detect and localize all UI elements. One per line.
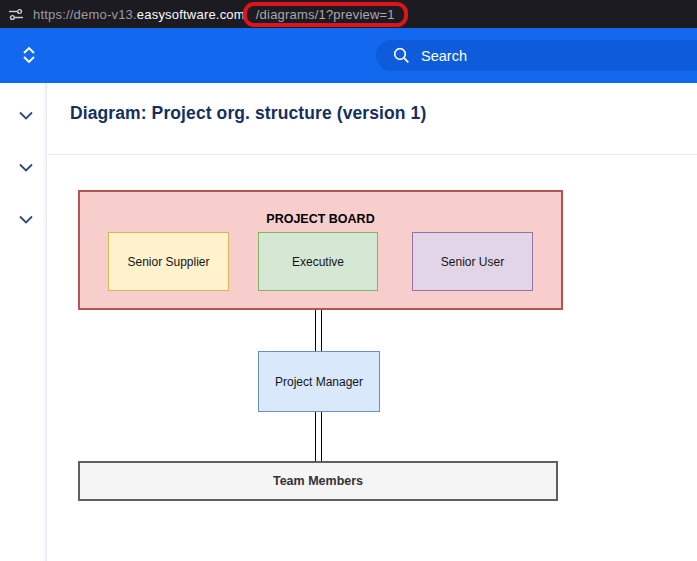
url-domain: easysoftware.com [137,7,245,22]
diagram-node-senior-supplier: Senior Supplier [108,232,229,291]
diagram-node-senior-user: Senior User [412,232,533,291]
search-icon [393,47,410,64]
diagram-node-executive: Executive [258,232,378,291]
title-divider [48,154,697,155]
url-text: https://demo-v13. easysoftware.com /diag… [33,2,408,27]
chevron-down-icon [19,158,33,176]
search-input[interactable]: Search [376,40,697,71]
connector-board-to-manager [315,310,322,351]
app-header: Search [0,28,697,83]
main-content: Diagram: Project org. structure (version… [48,83,697,561]
page-title: Diagram: Project org. structure (version… [70,103,426,124]
screenshot-root: { "browser": { "url": { "prefix": "https… [0,0,697,561]
diagram-project-board-container: PROJECT BOARD Senior Supplier Executive … [78,190,563,310]
diagram-node-team-members: Team Members [78,461,558,501]
project-board-label: PROJECT BOARD [80,212,561,226]
url-path-annotated: /diagrams/1?preview=1 [243,2,408,27]
diagram-node-project-manager: Project Manager [258,351,380,412]
expand-collapse-button[interactable] [17,41,41,71]
sidebar [0,83,47,561]
sidebar-group-toggle-1[interactable] [18,109,34,121]
permissions-sliders-icon[interactable] [8,8,24,21]
browser-url-bar[interactable]: https://demo-v13. easysoftware.com /diag… [0,0,697,28]
sidebar-group-toggle-3[interactable] [18,213,34,225]
sidebar-group-toggle-2[interactable] [18,161,34,173]
chevron-down-icon [19,106,33,124]
connector-manager-to-team [315,412,322,461]
chevron-down-icon [19,210,33,228]
chevrons-up-down-icon [20,45,38,68]
url-scheme-subdomain: https://demo-v13. [33,7,137,22]
search-placeholder: Search [421,48,467,64]
